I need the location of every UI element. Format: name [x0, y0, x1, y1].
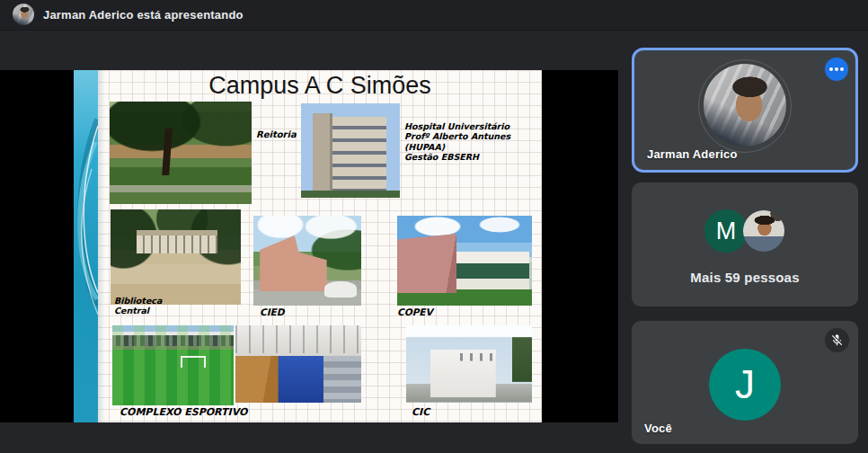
shared-screen: Campus A C Simões Reitoria Hospital Univ…	[0, 70, 618, 422]
mic-off-icon	[825, 328, 849, 352]
photo-cic	[406, 325, 532, 403]
photo-football-field	[112, 325, 234, 405]
more-people-label: Mais 59 pessoas	[632, 270, 858, 285]
more-options-button[interactable]	[825, 58, 848, 81]
slide-title: Campus A C Simões	[98, 72, 542, 100]
photo-gymnasium	[235, 325, 361, 403]
overflow-photo-avatar	[743, 210, 784, 252]
presenting-status: Jarman Aderico está apresentando	[43, 0, 244, 30]
label-reitoria: Reitoria	[256, 129, 297, 140]
photo-reitoria	[110, 102, 252, 204]
self-avatar: J	[709, 349, 781, 421]
participant-tile-overflow[interactable]: M Mais 59 pessoas	[632, 182, 858, 306]
photo-biblioteca-central	[111, 209, 241, 305]
photo-hospital	[301, 103, 400, 198]
participant-name: Jarman Aderico	[647, 147, 738, 161]
overflow-letter-avatar: M	[704, 209, 748, 253]
label-cied: CIED	[260, 306, 285, 318]
participant-tile-presenter[interactable]: Jarman Aderico	[632, 48, 858, 173]
label-copev: COPEV	[397, 306, 433, 318]
meet-window: Jarman Aderico está apresentando	[0, 0, 868, 453]
accent-swirl-graphic	[74, 70, 98, 422]
slide: Campus A C Simões Reitoria Hospital Univ…	[74, 70, 542, 422]
participant-tile-self[interactable]: J Você	[632, 321, 858, 444]
presenter-camera-avatar	[704, 64, 786, 147]
label-hospital: Hospital Universitário Profº Alberto Ant…	[404, 121, 542, 163]
self-name: Você	[644, 422, 672, 435]
label-complexo-esportivo: COMPLEXO ESPORTIVO	[120, 406, 247, 418]
photo-copev	[397, 216, 532, 306]
slide-accent-band	[74, 70, 98, 422]
label-biblioteca-central: Biblioteca Central	[114, 296, 162, 316]
photo-cied	[253, 216, 361, 306]
top-bar: Jarman Aderico está apresentando	[0, 0, 868, 31]
label-cic: CIC	[412, 406, 430, 418]
presenter-avatar	[13, 4, 34, 25]
more-options-icon	[829, 67, 844, 71]
